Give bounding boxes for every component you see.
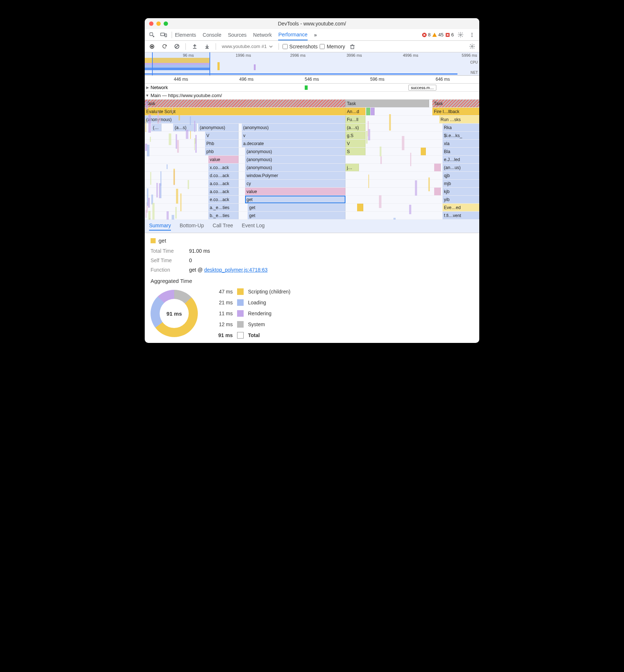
minimize-icon[interactable] (156, 21, 161, 26)
flame-block[interactable]: e.J…led (443, 156, 479, 163)
flame-block[interactable]: (anonymous) (198, 124, 238, 131)
source-link[interactable]: desktop_polymer.js:4718:63 (204, 267, 267, 273)
download-icon[interactable] (202, 42, 212, 51)
flame-block[interactable]: (anonymous) (145, 116, 345, 123)
flame-block[interactable]: Bla (443, 148, 479, 155)
flame-block[interactable]: value (208, 156, 239, 163)
flame-block[interactable]: $i.e…ks_ (443, 132, 479, 139)
time-ruler[interactable]: 446 ms 496 ms 546 ms 596 ms 646 ms (145, 76, 479, 84)
overview-timeline[interactable]: 96 ms 1996 ms 2996 ms 3996 ms 4996 ms 59… (145, 52, 479, 76)
flame-block[interactable]: f.fi…vent (443, 212, 479, 219)
network-track[interactable]: ▶ Network success.m… (145, 84, 479, 92)
flame-block[interactable]: kjb (443, 188, 479, 195)
flame-block[interactable]: (anonymous) (245, 156, 345, 163)
clear-icon[interactable] (172, 42, 182, 51)
tab-console[interactable]: Console (203, 30, 221, 40)
flame-block[interactable]: value (245, 188, 345, 195)
flame-block[interactable]: a.co…ack (208, 188, 239, 195)
flame-block[interactable]: Evaluate Script (145, 108, 345, 115)
tab-network[interactable]: Network (253, 30, 272, 40)
tab-event-log[interactable]: Event Log (242, 223, 265, 231)
flame-block[interactable] (434, 164, 441, 171)
flame-block[interactable]: S (345, 148, 365, 155)
flame-block[interactable]: b._e…ties (208, 212, 239, 219)
flame-block[interactable]: (a…s) (173, 124, 196, 131)
error-badge[interactable]: 8 (422, 32, 431, 37)
flame-block[interactable]: qjb (443, 172, 479, 179)
capture-settings-icon[interactable] (467, 42, 477, 51)
inspect-icon[interactable] (147, 31, 157, 39)
flame-block[interactable]: Task (345, 100, 429, 107)
flame-block[interactable]: (anonymous) (245, 164, 345, 171)
flame-block[interactable]: yib (443, 196, 479, 203)
gc-icon[interactable] (347, 42, 357, 51)
more-icon[interactable] (467, 31, 477, 39)
tabs-overflow-icon[interactable]: » (314, 30, 317, 40)
record-icon[interactable] (147, 42, 157, 51)
tab-summary[interactable]: Summary (149, 223, 171, 231)
flame-block[interactable]: x.co…ack (208, 164, 239, 171)
flame-block[interactable] (366, 108, 370, 115)
flame-block[interactable]: (an…us) (443, 164, 479, 171)
flame-block[interactable]: phb (205, 148, 239, 155)
issues-badge[interactable]: 6 (445, 32, 454, 37)
network-request-bar[interactable] (305, 85, 308, 90)
flame-block[interactable]: get (248, 212, 345, 219)
flame-block[interactable] (434, 188, 441, 195)
flame-block[interactable]: a._e…ties (208, 204, 239, 211)
flame-block[interactable]: Task (432, 100, 479, 107)
flame-block[interactable]: Task (145, 100, 345, 107)
network-item[interactable]: success.m… (408, 85, 436, 91)
flame-block[interactable]: d.co…ack (208, 172, 239, 179)
flame-block[interactable]: (anonymous) (245, 148, 345, 155)
flame-block[interactable]: Eve…ed (443, 204, 479, 211)
target-select[interactable]: www.youtube.com #1 (220, 44, 275, 49)
memory-checkbox[interactable]: Memory (320, 44, 345, 49)
flame-block[interactable] (371, 108, 375, 115)
flame-block[interactable]: a.co…ack (208, 180, 239, 187)
flame-block[interactable]: Fire I…llback (432, 108, 479, 115)
tab-call-tree[interactable]: Call Tree (213, 223, 233, 231)
overview-selection[interactable] (152, 52, 210, 75)
flame-block[interactable]: (a…s) (345, 124, 365, 131)
flame-block[interactable]: Run …sks (439, 116, 479, 123)
flame-block[interactable]: V (205, 132, 239, 139)
flame-block[interactable] (421, 148, 426, 155)
flame-block[interactable]: Phb (205, 140, 239, 147)
device-toggle-icon[interactable] (159, 31, 169, 39)
screenshots-checkbox[interactable]: Screenshots (283, 44, 318, 49)
collapse-icon[interactable]: ▼ (145, 93, 149, 97)
flame-block[interactable]: Rka (443, 124, 479, 131)
reload-icon[interactable] (159, 42, 169, 51)
flame-block[interactable]: a.decorate (242, 140, 345, 147)
flame-block[interactable]: j… (345, 164, 359, 171)
warning-badge[interactable]: 45 (432, 32, 443, 37)
tab-bottom-up[interactable]: Bottom-Up (180, 223, 204, 231)
flame-block[interactable]: An…d (345, 108, 365, 115)
net-lane-label: NET (471, 71, 478, 75)
expand-icon[interactable]: ▶ (146, 85, 149, 89)
main-thread-header[interactable]: ▼ Main — https://www.youtube.com/ (145, 92, 479, 100)
close-icon[interactable] (149, 21, 153, 26)
flame-block[interactable]: window.Polymer (245, 172, 345, 179)
tab-elements[interactable]: Elements (175, 30, 196, 40)
flame-block[interactable]: g.S (345, 132, 365, 139)
tab-performance[interactable]: Performance (278, 29, 307, 40)
tab-sources[interactable]: Sources (228, 30, 247, 40)
flame-block[interactable]: xla (443, 140, 479, 147)
flame-block[interactable]: get (248, 204, 345, 211)
flame-block[interactable]: mjb (443, 180, 479, 187)
flame-chart[interactable]: TaskTaskTaskEvaluate ScriptAn…dFire I…ll… (145, 100, 479, 220)
upload-icon[interactable] (189, 42, 200, 51)
settings-icon[interactable] (455, 31, 465, 39)
flame-block[interactable]: Fu…ll (345, 116, 365, 123)
flame-block[interactable]: (… (151, 124, 161, 131)
zoom-icon[interactable] (164, 21, 168, 26)
flame-block[interactable]: V (345, 140, 365, 147)
flame-block[interactable] (357, 204, 363, 211)
flame-block[interactable]: v (242, 132, 345, 139)
flame-block-selected[interactable]: get (245, 196, 345, 203)
flame-block[interactable]: e.co…ack (208, 196, 239, 203)
flame-block[interactable]: cy (245, 180, 345, 187)
flame-block[interactable]: (anonymous) (242, 124, 345, 131)
